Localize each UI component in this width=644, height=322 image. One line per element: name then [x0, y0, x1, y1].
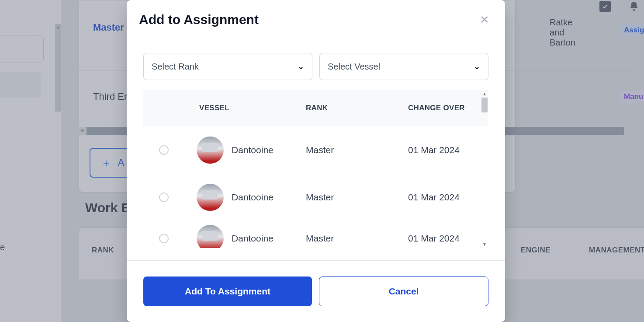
th-change-over: CHANGE OVER: [408, 103, 482, 113]
cancel-button[interactable]: Cancel: [319, 276, 488, 306]
table-header-row: VESSEL RANK CHANGE OVER: [143, 90, 488, 126]
modal-footer: Add To Assignment Cancel: [127, 260, 505, 322]
select-rank-dropdown[interactable]: Select Rank ⌄: [143, 53, 312, 80]
rank-cell: Master: [306, 192, 408, 203]
table-row[interactable]: Dantooine Master 01 Mar 2024: [143, 221, 488, 248]
vessel-avatar: [197, 136, 224, 164]
scroll-down-arrow-icon[interactable]: ▼: [481, 240, 488, 248]
close-icon[interactable]: ✕: [480, 14, 489, 25]
select-vessel-dropdown[interactable]: Select Vessel ⌄: [319, 53, 488, 80]
vessel-cell: Dantooine: [197, 225, 306, 248]
modal-title: Add to Assignment: [139, 12, 259, 27]
vessel-cell: Dantooine: [197, 136, 306, 164]
vertical-scrollbar[interactable]: ▲ ▼: [481, 90, 488, 248]
rank-cell: Master: [306, 233, 408, 244]
add-to-assignment-button[interactable]: Add To Assignment: [143, 276, 312, 306]
vessel-name: Dantooine: [232, 192, 274, 203]
vessel-avatar: [197, 184, 224, 211]
modal-header: Add to Assignment ✕: [127, 0, 505, 37]
modal-filters: Select Rank ⌄ Select Vessel ⌄: [127, 37, 505, 88]
vessel-avatar: [197, 225, 224, 248]
select-vessel-placeholder: Select Vessel: [328, 62, 380, 72]
change-over-cell: 01 Mar 2024: [408, 145, 460, 155]
add-to-assignment-modal: Add to Assignment ✕ Select Rank ⌄ Select…: [127, 0, 505, 322]
table-row[interactable]: Dantooine Master 01 Mar 2024: [143, 174, 488, 221]
rank-cell: Master: [306, 145, 408, 155]
assignment-table: VESSEL RANK CHANGE OVER Dantooine Master…: [143, 90, 488, 248]
change-over-cell: 01 Mar 2024: [408, 192, 460, 203]
chevron-down-icon: ⌄: [474, 62, 480, 71]
vessel-name: Dantooine: [232, 233, 274, 244]
row-radio[interactable]: [159, 234, 169, 243]
vessel-cell: Dantooine: [197, 184, 306, 211]
scroll-up-arrow-icon[interactable]: ▲: [481, 90, 488, 98]
table-row[interactable]: Dantooine Master 01 Mar 2024: [143, 126, 488, 174]
scroll-thumb[interactable]: [481, 98, 488, 112]
vessel-name: Dantooine: [232, 145, 274, 155]
row-radio[interactable]: [159, 192, 169, 202]
th-vessel: VESSEL: [199, 104, 306, 112]
change-over-cell: 01 Mar 2024: [408, 233, 460, 244]
th-rank: RANK: [306, 104, 408, 112]
row-radio[interactable]: [159, 145, 169, 155]
select-rank-placeholder: Select Rank: [152, 62, 199, 72]
chevron-down-icon: ⌄: [298, 62, 304, 71]
